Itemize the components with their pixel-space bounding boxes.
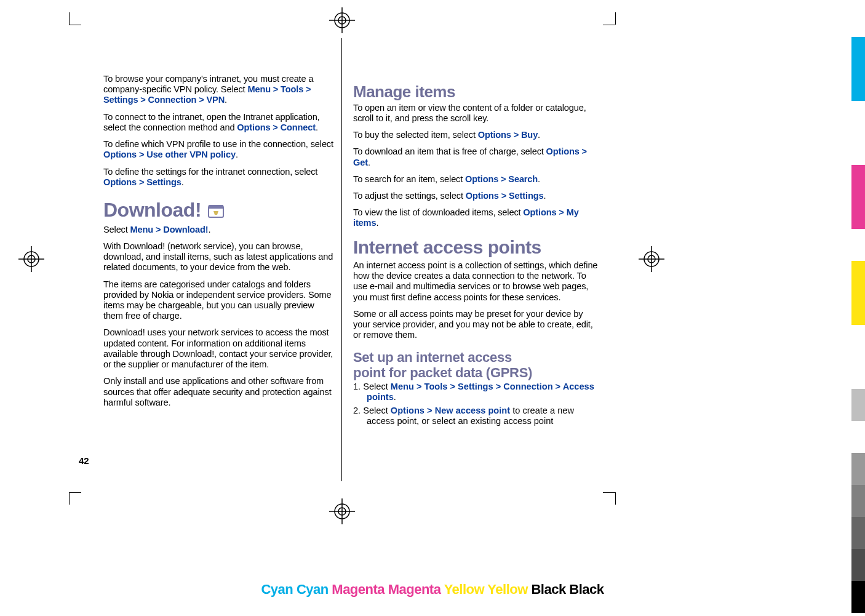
list-item: 1. Select Menu > Tools > Settings > Conn… bbox=[353, 382, 598, 402]
body-text: Some or all access points may be preset … bbox=[353, 309, 598, 341]
body-text: With Download! (network service), you ca… bbox=[103, 241, 335, 273]
download-shop-icon bbox=[207, 202, 225, 219]
body-text: To search for an item, select Options > … bbox=[353, 174, 598, 185]
body-text: The items are categorised under catalogs… bbox=[103, 279, 335, 322]
color-swatches bbox=[851, 0, 865, 613]
page-number: 42 bbox=[79, 455, 89, 466]
list-item: 2. Select Options > New access point to … bbox=[353, 406, 598, 426]
printer-colors: Cyan Cyan Magenta Magenta Yellow Yellow … bbox=[0, 582, 865, 598]
body-text: To download an item that is free of char… bbox=[353, 146, 598, 167]
page-content: To browse your company's intranet, you m… bbox=[69, 38, 615, 481]
heading-internet-access-points: Internet access points bbox=[353, 236, 598, 258]
body-text: To buy the selected item, select Options… bbox=[353, 130, 598, 140]
svg-rect-17 bbox=[209, 205, 223, 209]
body-text: An internet access point is a collection… bbox=[353, 260, 598, 303]
body-text: To connect to the intranet, open the Int… bbox=[103, 112, 335, 133]
body-text: To adjust the settings, select Options >… bbox=[353, 191, 598, 201]
body-text: To define the settings for the intranet … bbox=[103, 167, 335, 188]
heading-manage-items: Manage items bbox=[353, 82, 598, 102]
body-text: Only install and use applications and ot… bbox=[103, 376, 335, 408]
body-text: To define which VPN profile to use in th… bbox=[103, 139, 335, 160]
registration-mark-icon bbox=[329, 498, 355, 524]
body-text: Select Menu > Download!. bbox=[103, 225, 335, 235]
registration-mark-icon bbox=[639, 246, 664, 272]
right-column: Manage items To open an item or view the… bbox=[342, 38, 615, 481]
registration-mark-icon bbox=[18, 246, 44, 272]
body-text: Download! uses your network services to … bbox=[103, 327, 335, 370]
heading-download: Download! bbox=[103, 199, 335, 222]
heading-setup-gprs: Set up an internet access point for pack… bbox=[353, 350, 598, 381]
setup-steps: 1. Select Menu > Tools > Settings > Conn… bbox=[353, 382, 598, 426]
body-text: To open an item or view the content of a… bbox=[353, 103, 598, 124]
left-column: To browse your company's intranet, you m… bbox=[69, 38, 342, 481]
body-text: To browse your company's intranet, you m… bbox=[103, 74, 335, 106]
body-text: To view the list of downloaded items, se… bbox=[353, 207, 598, 228]
registration-mark-icon bbox=[329, 7, 355, 33]
